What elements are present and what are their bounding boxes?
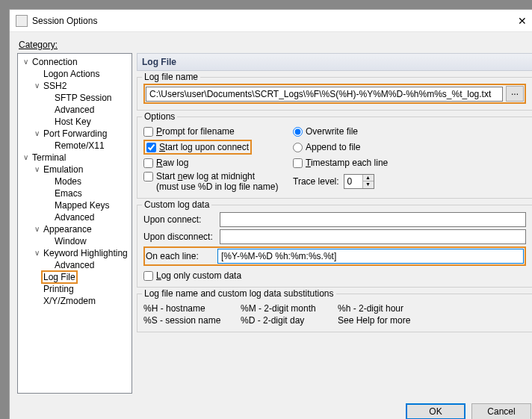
- browse-button[interactable]: ...: [506, 86, 524, 102]
- close-button[interactable]: ✕: [505, 10, 532, 31]
- custom-log-group: Custom log data Upon connect:Upon connec…: [137, 205, 532, 288]
- tree-terminal[interactable]: Terminal: [31, 152, 67, 164]
- upon-disconnect-input[interactable]: [220, 229, 526, 244]
- log-only-custom-checkbox[interactable]: Log only custom dataLog only custom data: [143, 270, 526, 281]
- tree-keyword-highlighting[interactable]: Keyword Highlighting: [42, 247, 129, 259]
- tree-remote-x11[interactable]: Remote/X11: [53, 140, 106, 152]
- tree-advanced-kh[interactable]: Advanced: [53, 259, 96, 271]
- tree-modes[interactable]: Modes: [53, 176, 83, 187]
- chevron-down-icon[interactable]: ∨: [21, 56, 31, 68]
- sub-s-upper: %S - session name: [143, 315, 241, 326]
- cancel-button[interactable]: Cancel: [471, 403, 531, 419]
- tree-ssh2[interactable]: SSH2: [42, 80, 68, 92]
- append-radio[interactable]: Append to fileAppend to file: [293, 140, 526, 155]
- chevron-down-icon[interactable]: ∨: [32, 128, 42, 140]
- spin-down-icon[interactable]: ▼: [363, 181, 374, 188]
- sub-m-upper: %M - 2-digit month: [241, 303, 338, 314]
- ok-button[interactable]: OK: [406, 403, 466, 419]
- options-group: Options PPrompt for filenamerompt for fi…: [137, 117, 532, 199]
- sub-d-upper: %D - 2-digit day: [241, 315, 338, 326]
- substitutions-group: Log file name and custom log data substi…: [137, 294, 532, 332]
- app-icon: [16, 15, 28, 27]
- trace-level-spinner[interactable]: ▲▼: [344, 174, 374, 189]
- tree-connection[interactable]: Connection: [31, 56, 79, 68]
- chevron-down-icon[interactable]: ∨: [32, 223, 42, 235]
- chevron-down-icon[interactable]: ∨: [21, 152, 31, 164]
- upon-connect-label: Upon connect:Upon connect:: [143, 214, 215, 225]
- on-each-line-input[interactable]: [217, 249, 524, 264]
- logfilename-input[interactable]: [146, 87, 503, 102]
- tree-log-file[interactable]: Log File: [42, 271, 77, 283]
- tree-sftp-session[interactable]: SFTP Session: [53, 92, 113, 104]
- tree-port-forwarding[interactable]: Port Forwarding: [42, 128, 108, 140]
- tree-printing[interactable]: Printing: [42, 283, 75, 295]
- trace-level-input[interactable]: [344, 175, 362, 188]
- sub-h-upper: %H - hostname: [143, 303, 241, 314]
- tree-advanced[interactable]: Advanced: [53, 104, 96, 116]
- trace-level-label: Trace level:: [293, 176, 339, 187]
- raw-log-checkbox[interactable]: Raw logRaw log: [143, 158, 293, 168]
- tree-logon-actions[interactable]: Logon Actions: [42, 68, 101, 80]
- settings-panel: Log File Log file name ... Options PProm…: [137, 53, 532, 397]
- tree-advanced-emu[interactable]: Advanced: [53, 211, 96, 223]
- tree-appearance[interactable]: Appearance: [42, 223, 93, 235]
- panel-title: Log File: [137, 53, 532, 71]
- titlebar: Session Options ✕: [10, 10, 532, 32]
- window-title: Session Options: [32, 16, 505, 26]
- options-group-title: Options: [142, 111, 177, 122]
- category-tree[interactable]: ∨Connection Logon Actions ∨SSH2 SFTP Ses…: [17, 53, 132, 394]
- tree-window[interactable]: Window: [53, 235, 88, 247]
- start-upon-connect-checkbox[interactable]: Start log upon connect: [145, 141, 250, 153]
- tree-emulation[interactable]: Emulation: [42, 164, 84, 176]
- logfilename-group: Log file name ...: [137, 77, 532, 111]
- upon-disconnect-label: Upon disconnect:Upon disconnect:: [143, 232, 215, 242]
- timestamp-checkbox[interactable]: Timestamp each lineTimestamp each line: [293, 158, 526, 168]
- chevron-down-icon[interactable]: ∨: [32, 247, 42, 259]
- start-midnight-checkbox[interactable]: Start new log at midnight(must use %D in…: [143, 171, 293, 192]
- substitutions-title: Log file name and custom log data substi…: [142, 288, 336, 299]
- sub-see-help: See Help for more: [338, 315, 526, 326]
- tree-mapped-keys[interactable]: Mapped Keys: [53, 199, 111, 211]
- chevron-down-icon[interactable]: ∨: [32, 164, 42, 176]
- upon-connect-input[interactable]: [220, 212, 526, 227]
- spin-up-icon[interactable]: ▲: [363, 175, 374, 181]
- logfilename-group-title: Log file name: [142, 72, 200, 82]
- sub-h-lower: %h - 2-digit hour: [338, 303, 526, 314]
- session-options-window: Session Options ✕ Category: ∨Connection …: [9, 9, 532, 419]
- tree-xyzmodem[interactable]: X/Y/Zmodem: [42, 295, 97, 307]
- on-each-line-label: On each line:On each line:: [146, 251, 214, 261]
- tree-emacs[interactable]: Emacs: [53, 187, 84, 199]
- category-label: Category:: [19, 40, 532, 50]
- prompt-checkbox[interactable]: PPrompt for filenamerompt for filename: [143, 126, 293, 137]
- custom-log-group-title: Custom log data: [142, 199, 211, 210]
- tree-host-key[interactable]: Host Key: [53, 116, 93, 128]
- chevron-down-icon[interactable]: ∨: [32, 80, 42, 92]
- overwrite-radio[interactable]: Overwrite fileOverwrite file: [293, 126, 526, 137]
